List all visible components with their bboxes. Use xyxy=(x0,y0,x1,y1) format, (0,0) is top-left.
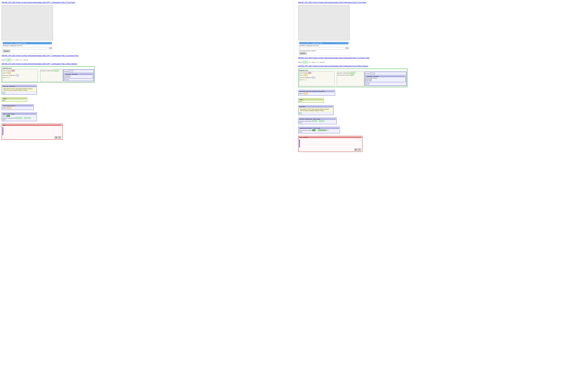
left-default-label: Default xyxy=(3,98,6,99)
left-error-tools: ⚙ 🔧 xyxy=(55,136,61,139)
left-block-diagram-title[interactable]: AIM MIL-STD-1553 System Explorer.lvlib:I… xyxy=(2,63,290,65)
left-param-config-path-node xyxy=(16,117,22,119)
right-bd-main-loop: No Time Event Path · User Event refresh … xyxy=(365,72,406,86)
right-event-path-label2: Event Path · User Event xyxy=(299,91,312,92)
left-column: AIM MIL-STD-1553 System Explorer.lvlib:I… xyxy=(2,2,290,153)
right-front-panel-display xyxy=(298,5,350,40)
folder-icon: ▪ xyxy=(50,48,51,49)
right-comment-text: Never keep FP of this VI open beyond shu… xyxy=(300,109,330,111)
left-bd-no-time: No Time xyxy=(64,71,68,72)
left-comment-text: Never keep FP of this VI open beyond shu… xyxy=(3,88,33,91)
left-bd-fp-close: FP Close xyxy=(64,79,69,80)
right-button-id-node xyxy=(304,93,308,95)
right-error-header: Error → No Time xyxy=(299,137,362,138)
right-comment-event-header: Event Path xyxy=(299,106,333,107)
right-source-label: Source xyxy=(299,122,302,123)
left-connector-ref: ref xyxy=(7,59,11,61)
left-tool-icon2[interactable]: 🔧 xyxy=(58,136,61,139)
left-dynamic-btn-block: Dynamic button pressed → Button ID xyxy=(2,104,34,110)
left-connector-pane-title[interactable]: AIM MIL-STD-1553 System Explorer.lvlib:I… xyxy=(2,55,290,57)
right-bd-key-events: Key Events xyxy=(366,79,372,80)
right-bd-param-config-node xyxy=(350,72,355,74)
right-connector-pane: Node Pd ref error in error out xyxy=(298,61,587,63)
left-param-config-out-node xyxy=(24,117,31,119)
right-error-blue-bar xyxy=(299,139,300,147)
left-bd-main-loop: No Time Event Path · User Event Key Even… xyxy=(63,69,94,81)
left-refresh-vc-header: refresh · Value Change xyxy=(2,113,36,115)
left-refresh-vc-label: refresh · Value Change xyxy=(3,113,14,115)
left-config-title: MIL-STD-1553 - Configuration Pane xyxy=(3,42,52,44)
left-bd-error-in: error in xyxy=(3,77,7,78)
left-browse-button[interactable]: ▪ xyxy=(49,47,52,49)
right-browse-button[interactable]: ▪ xyxy=(346,47,349,49)
left-source-label: Source xyxy=(2,119,6,120)
right-param-path-input[interactable] xyxy=(299,47,345,49)
right-bd-event-block: Event Path · User Event refresh Value Ch… xyxy=(365,75,406,82)
left-button-id-node xyxy=(8,107,11,109)
right-include-direction-checkbox[interactable] xyxy=(299,50,301,52)
left-init-label: Initialization mode xyxy=(2,67,12,69)
right-bd-arrow-icon: → xyxy=(335,78,336,79)
right-front-panel-title[interactable]: AIM MIL-STD-1553 System Explorer.lvlib:I… xyxy=(298,2,587,3)
right-no-time-label2: No Time xyxy=(304,137,308,138)
right-bd-error-in: error in xyxy=(300,79,303,80)
right-config-pane: MIL-STD-1553 - Configuration Files Param… xyxy=(298,41,350,56)
right-bd-include-direction: include direction section? xyxy=(337,75,350,76)
right-error-label: Error xyxy=(299,137,302,138)
right-default-header: Default → xyxy=(299,99,323,100)
right-refresh-button[interactable]: Refresh xyxy=(299,52,307,55)
left-config-pane: MIL-STD-1553 - Configuration Pane Parame… xyxy=(2,41,53,54)
right-include-direction-label: Include Direction Section xyxy=(302,50,316,52)
right-param-path-label2: parameter config file path xyxy=(299,121,312,122)
left-default-header: Default → xyxy=(2,98,26,99)
right-bd-arrow1: → xyxy=(335,71,336,86)
right-param-path-label: Parameter Configuration File Path xyxy=(299,45,319,46)
right-include-direction-vc-header: include direction section? · Value Chang… xyxy=(299,128,339,129)
left-arrow-right1: → xyxy=(7,98,8,99)
right-error-in-label: error in xyxy=(312,62,316,63)
left-dynamic-btn-header: Dynamic button pressed → xyxy=(2,105,33,106)
left-refresh-label: refresh xyxy=(2,115,6,116)
right-tool-icon2[interactable]: 🔧 xyxy=(358,148,361,151)
right-connector-ref: ref xyxy=(303,61,308,63)
right-bd-param-config: parameter config file path xyxy=(337,72,350,74)
right-bd-value-change: Value Change xyxy=(370,77,377,79)
left-connector-pane: Node Pd ref error in error out xyxy=(2,59,290,61)
right-bd-shdochu-node xyxy=(312,77,315,78)
right-ignore-label: Ignore xyxy=(299,101,302,102)
right-param-config-vc-header: parameter config file path · Value Chang… xyxy=(299,118,336,120)
left-bd-param-config-node xyxy=(54,70,59,72)
right-param-path-node1 xyxy=(312,120,317,122)
left-tool-icon1[interactable]: ⚙ xyxy=(55,136,58,139)
right-include-dir-node1: T xyxy=(312,129,315,131)
left-comment-block: Never keep FP of this VI open beyond shu… xyxy=(2,87,36,92)
right-dynamic-btn-label: Dynamic button pressed xyxy=(312,91,324,92)
right-bd-no-time: No Time xyxy=(365,73,370,74)
left-bd-no-time-node xyxy=(69,71,73,72)
left-refresh-vc-block: refresh · Value Change refresh T paramet… xyxy=(2,113,37,121)
right-tool-icon1[interactable]: ⚙ xyxy=(355,148,357,151)
left-front-panel-title[interactable]: AIM MIL-STD-1553 System Explorer.lvlib:I… xyxy=(2,2,290,3)
left-bd-shdochu: SHDocVw: WebBrowser xyxy=(3,75,15,76)
left-bd-header-node: REF xyxy=(12,70,15,72)
right-block-diagram-title[interactable]: AIM MIL-STD-1553 System Explorer.lvlib:I… xyxy=(298,65,587,67)
left-bd-user-event: User Event xyxy=(65,77,70,78)
right-node-pd-label: Node Pd xyxy=(298,62,302,63)
left-sub-close-node xyxy=(2,92,5,94)
right-event-path-comment: Event Path xyxy=(299,106,305,107)
right-param-vc-label: parameter config file path · Value Chang… xyxy=(299,118,320,120)
right-bd-shdochu: SHDocVw: WebBrowser xyxy=(300,77,312,78)
right-default-case: Default → Ignore xyxy=(298,98,324,103)
left-bd-arrow1: → xyxy=(39,69,40,82)
left-default-case: Default → Ignore xyxy=(2,97,27,102)
right-bd-header-node: REF xyxy=(308,72,311,74)
right-bd-general-header: General Header xyxy=(300,72,308,74)
right-connector-pane-title[interactable]: AIM MIL-STD-1553 System Explorer.lvlib:I… xyxy=(298,57,587,59)
left-param-path-input[interactable] xyxy=(3,47,49,49)
left-node-pd-label: Node Pd xyxy=(2,59,6,60)
right-event-user-header: Event Path · User Event · Dynamic button… xyxy=(299,91,334,92)
left-dynamic-btn-label: Dynamic button pressed xyxy=(3,105,15,106)
left-refresh-button[interactable]: Refresh xyxy=(3,50,10,52)
left-arrow-right2: → xyxy=(15,105,16,106)
right-param-config-vc-block: parameter config file path · Value Chang… xyxy=(298,117,337,124)
